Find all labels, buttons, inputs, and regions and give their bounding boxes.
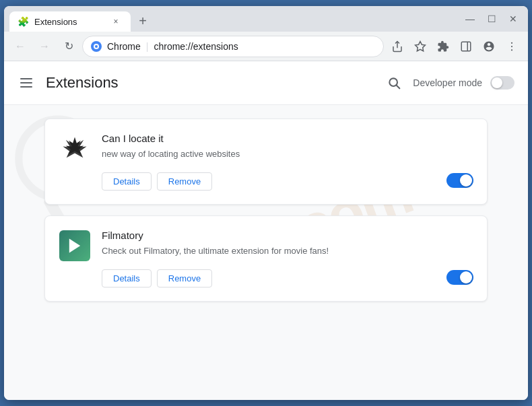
- extension-info-2: Filmatory Check out Filmatory, the ultim…: [102, 230, 436, 287]
- profile-icon[interactable]: [478, 36, 500, 57]
- browser-window: 🧩 Extensions × + — ☐ ✕ ← → ↻ Chrome: [4, 6, 528, 400]
- extension-card-2: Filmatory Check out Filmatory, the ultim…: [44, 215, 488, 302]
- sidebar-toggle-icon[interactable]: [455, 36, 477, 57]
- extension-name-1: Can I locate it: [102, 133, 436, 144]
- extension-toggle-2[interactable]: [446, 270, 473, 285]
- tab-title: Extensions: [34, 17, 104, 27]
- extension-info-1: Can I locate it new way of locating acti…: [102, 133, 436, 191]
- bookmark-icon[interactable]: [409, 36, 431, 57]
- toolbar: ← → ↻ Chrome | chrome://extensions: [4, 32, 528, 61]
- filmatory-icon: [59, 230, 90, 261]
- menu-icon[interactable]: [501, 36, 523, 57]
- forward-button[interactable]: →: [34, 36, 55, 57]
- svg-point-2: [95, 45, 98, 48]
- hamburger-menu-button[interactable]: [18, 75, 35, 90]
- maximize-button[interactable]: ☐: [482, 9, 501, 28]
- reload-button[interactable]: ↻: [58, 36, 79, 57]
- extension-card-1: Can I locate it new way of locating acti…: [44, 119, 488, 205]
- svg-marker-16: [69, 239, 80, 253]
- extensions-list: riah.com Can I locate it new way of loca…: [4, 105, 528, 315]
- tab-close-button[interactable]: ×: [109, 15, 123, 28]
- svg-point-9: [511, 49, 512, 50]
- extension-desc-2: Check out Filmatory, the ultimate extens…: [102, 245, 436, 257]
- share-icon[interactable]: [387, 36, 408, 57]
- address-url: chrome://extensions: [154, 41, 238, 52]
- extension-icon-1: [59, 133, 91, 165]
- svg-marker-4: [415, 41, 426, 50]
- header-right: Developer mode: [383, 72, 514, 94]
- minimize-button[interactable]: —: [461, 9, 479, 28]
- extension-toggle-area-2: [446, 230, 473, 287]
- address-bar[interactable]: Chrome | chrome://extensions: [82, 36, 384, 57]
- extension-name-2: Filmatory: [102, 230, 436, 241]
- page-content: Extensions Developer mode: [4, 61, 528, 400]
- search-button[interactable]: [383, 72, 405, 94]
- svg-line-11: [397, 86, 400, 89]
- address-favicon-icon: [91, 41, 102, 52]
- address-separator: |: [146, 41, 149, 52]
- developer-mode-toggle[interactable]: [490, 76, 514, 90]
- svg-rect-5: [461, 42, 471, 51]
- close-window-button[interactable]: ✕: [504, 9, 523, 28]
- extension-desc-1: new way of locating active websites: [102, 148, 436, 160]
- svg-point-8: [511, 45, 512, 46]
- title-bar: 🧩 Extensions × + — ☐ ✕: [4, 6, 528, 32]
- header-left: Extensions: [18, 74, 119, 92]
- developer-mode-label: Developer mode: [413, 77, 482, 88]
- window-controls: — ☐ ✕: [461, 6, 528, 32]
- extensions-icon[interactable]: [432, 36, 454, 57]
- new-tab-button[interactable]: +: [133, 11, 152, 30]
- extension-actions-1: Details Remove: [102, 172, 436, 191]
- extension-toggle-1[interactable]: [446, 173, 473, 188]
- tab-favicon-icon: 🧩: [18, 16, 29, 27]
- extension-details-button-1[interactable]: Details: [102, 172, 152, 191]
- svg-point-7: [511, 42, 512, 43]
- extension-details-button-2[interactable]: Details: [102, 269, 152, 287]
- extension-actions-2: Details Remove: [102, 269, 436, 287]
- active-tab[interactable]: 🧩 Extensions ×: [9, 11, 131, 32]
- toolbar-icons: [387, 36, 523, 57]
- address-domain: Chrome: [107, 41, 141, 52]
- extension-remove-button-1[interactable]: Remove: [157, 172, 212, 191]
- extensions-header: Extensions Developer mode: [4, 61, 528, 105]
- page-title: Extensions: [46, 74, 119, 92]
- extension-remove-button-2[interactable]: Remove: [157, 269, 212, 287]
- extension-icon-2: [59, 230, 91, 262]
- extension-toggle-area-1: [446, 133, 473, 191]
- back-button[interactable]: ←: [9, 36, 31, 57]
- tab-area: 🧩 Extensions × +: [4, 6, 461, 32]
